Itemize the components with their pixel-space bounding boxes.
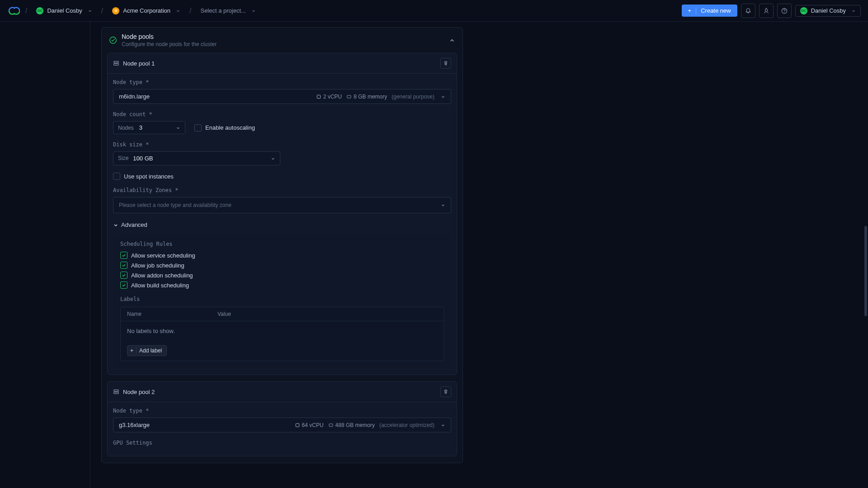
- breadcrumb-sep: /: [25, 7, 27, 15]
- chevron-down-icon: [176, 126, 180, 130]
- nodes-prefix: Nodes: [118, 125, 134, 131]
- breadcrumb-sep: /: [101, 7, 103, 15]
- scheduling-rule-checkbox[interactable]: Allow build scheduling: [120, 282, 444, 289]
- logo-icon[interactable]: [7, 6, 20, 15]
- scheduling-rules-label: Scheduling Rules: [120, 241, 444, 247]
- svg-rect-2: [114, 61, 119, 63]
- node-type-value: g3.16xlarge: [119, 422, 150, 428]
- trash-icon: [443, 389, 448, 394]
- labels-table: Name Value No labels to show. + Add labe…: [120, 307, 444, 361]
- user-avatar-icon: DC: [36, 7, 43, 14]
- disk-size-value: 100 GB: [133, 155, 153, 162]
- topbar-left: / DC Daniel Cosby / ⊙ Acme Corporation /…: [7, 5, 259, 16]
- trash-icon: [443, 61, 448, 66]
- rocket-button[interactable]: [759, 4, 774, 18]
- rule-label: Allow job scheduling: [131, 262, 184, 269]
- rule-label: Allow build scheduling: [131, 282, 189, 289]
- vcpu-value: 2 vCPU: [323, 94, 342, 100]
- topbar: / DC Daniel Cosby / ⊙ Acme Corporation /…: [0, 0, 868, 22]
- chevron-down-icon: [851, 9, 856, 13]
- use-spot-label: Use spot instances: [124, 173, 174, 180]
- disk-size-select[interactable]: Size 100 GB: [113, 151, 280, 165]
- breadcrumb-project-placeholder: Select a project...: [200, 7, 245, 14]
- user-menu[interactable]: DC Daniel Cosby: [795, 5, 861, 17]
- checkbox-box: [113, 173, 120, 180]
- server-icon: [113, 60, 119, 66]
- help-button[interactable]: [777, 4, 792, 18]
- svg-rect-7: [114, 392, 119, 394]
- content-scroll[interactable]: Node pools Configure the node pools for …: [90, 22, 868, 488]
- checkbox-box: [120, 272, 127, 279]
- vcpu-value: 64 vCPU: [302, 422, 324, 428]
- advanced-label: Advanced: [121, 221, 147, 228]
- pool-title-text: Node pool 2: [123, 389, 155, 395]
- plus-icon: +: [130, 347, 137, 354]
- breadcrumb-user[interactable]: DC Daniel Cosby: [33, 5, 95, 16]
- node-count-select[interactable]: Nodes 3: [113, 121, 185, 134]
- az-label: Availability Zones *: [113, 187, 451, 193]
- cpu-icon: [316, 94, 321, 99]
- svg-rect-5: [347, 95, 351, 98]
- scheduling-rule-checkbox[interactable]: Allow job scheduling: [120, 262, 444, 269]
- svg-rect-9: [329, 424, 333, 427]
- pool-header: Node pool 2: [108, 382, 457, 402]
- plus-icon: +: [688, 7, 697, 14]
- node-pools-header[interactable]: Node pools Configure the node pools for …: [102, 28, 462, 53]
- org-avatar-icon: ⊙: [112, 7, 119, 14]
- node-pool-card: Node pool 1 Node type * m6idn.large 2 vC…: [107, 53, 457, 375]
- disk-size-label: Disk size *: [113, 141, 451, 148]
- node-pools-section: Node pools Configure the node pools for …: [101, 27, 463, 463]
- node-type-value: m6idn.large: [119, 93, 150, 100]
- chevron-up-icon: [449, 37, 455, 43]
- section-subtitle: Configure the node pools for the cluster: [122, 41, 217, 47]
- svg-rect-8: [296, 423, 299, 427]
- breadcrumb-org[interactable]: ⊙ Acme Corporation: [108, 5, 184, 16]
- create-new-button[interactable]: + Create new: [682, 5, 737, 17]
- node-count-value: 3: [139, 124, 169, 131]
- delete-pool-button[interactable]: [440, 386, 451, 397]
- size-prefix: Size: [118, 155, 128, 162]
- add-label-button[interactable]: + Add label: [127, 345, 167, 356]
- labels-heading: Labels: [120, 296, 444, 302]
- node-pool-card: Node pool 2 Node type * g3.16xlarge 64 v…: [107, 381, 457, 456]
- check-circle-icon: [109, 36, 117, 44]
- breadcrumb-sep: /: [189, 7, 191, 15]
- svg-rect-4: [317, 95, 320, 98]
- rule-label: Allow service scheduling: [131, 252, 195, 259]
- availability-zone-select[interactable]: Please select a node type and availabili…: [113, 197, 451, 213]
- node-type-select[interactable]: m6idn.large 2 vCPU 8 GB memory (general …: [113, 89, 451, 104]
- breadcrumb-project[interactable]: Select a project...: [197, 5, 259, 16]
- enable-autoscaling-checkbox[interactable]: Enable autoscaling: [194, 124, 255, 131]
- section-title: Node pools: [122, 33, 217, 40]
- scheduling-rule-checkbox[interactable]: Allow service scheduling: [120, 252, 444, 259]
- checkbox-box: [120, 252, 127, 259]
- node-type-select[interactable]: g3.16xlarge 64 vCPU 488 GB memory (accel…: [113, 418, 451, 432]
- scrollbar-thumb[interactable]: [864, 226, 867, 316]
- memory-icon: [346, 94, 352, 99]
- pool-header: Node pool 1: [108, 53, 457, 74]
- purpose-text: (general purpose): [392, 94, 434, 100]
- node-count-label: Node count *: [113, 111, 451, 117]
- delete-pool-button[interactable]: [440, 58, 451, 69]
- az-placeholder: Please select a node type and availabili…: [119, 202, 231, 208]
- svg-rect-3: [114, 64, 119, 66]
- use-spot-checkbox[interactable]: Use spot instances: [113, 173, 451, 180]
- memory-icon: [328, 422, 334, 428]
- scheduling-rule-checkbox[interactable]: Allow addon scheduling: [120, 272, 444, 279]
- bell-icon: [745, 8, 751, 14]
- user-menu-name: Daniel Cosby: [811, 7, 846, 14]
- advanced-toggle[interactable]: Advanced: [113, 221, 451, 228]
- pool-title-text: Node pool 1: [123, 60, 155, 67]
- node-type-label: Node type *: [113, 79, 451, 85]
- advanced-panel: Scheduling Rules Allow service schedulin…: [113, 234, 451, 368]
- labels-empty-state: No labels to show.: [121, 321, 443, 341]
- labels-table-header: Name Value: [121, 307, 443, 321]
- breadcrumb-user-name: Daniel Cosby: [47, 7, 82, 14]
- cpu-icon: [295, 422, 300, 428]
- checkbox-box: [120, 282, 127, 289]
- chevron-down-icon: [271, 156, 275, 161]
- purpose-text: (accelerator optimized): [379, 422, 434, 428]
- chevron-down-icon: [113, 222, 118, 228]
- notifications-button[interactable]: [741, 4, 755, 18]
- enable-autoscaling-label: Enable autoscaling: [205, 124, 255, 131]
